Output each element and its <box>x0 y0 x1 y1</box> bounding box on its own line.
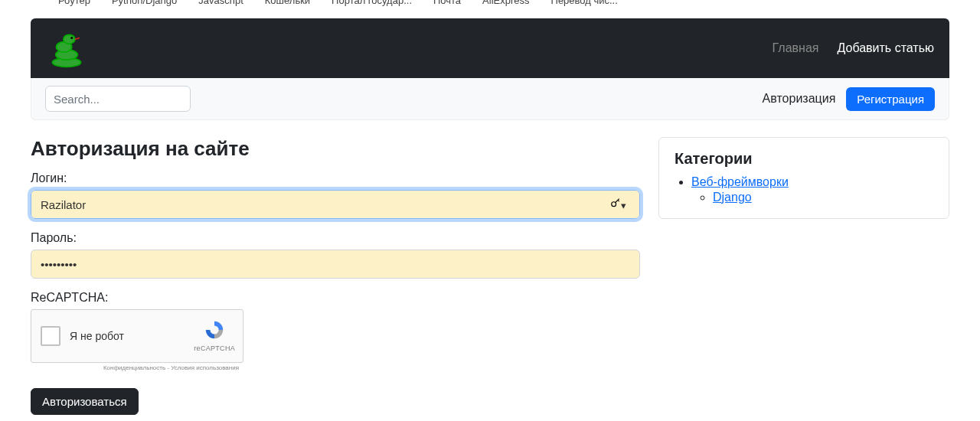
nav-link-add-article[interactable]: Добавить статью <box>837 41 934 55</box>
main-navbar: Главная Добавить статью <box>31 18 949 78</box>
nav-link-home[interactable]: Главная <box>773 41 819 55</box>
recaptcha-icon <box>203 319 226 341</box>
svg-point-3 <box>64 34 75 44</box>
recaptcha-text: Я не робот <box>70 330 124 342</box>
sub-navbar: Авторизация Регистрация <box>31 78 949 120</box>
browser-bookmarks-bar: Роутер Python/Django Javascript Кошельки… <box>0 0 980 6</box>
category-link-django[interactable]: Django <box>713 191 752 204</box>
svg-point-4 <box>70 37 73 39</box>
recaptcha-terms: Конфиденциальность - Условия использован… <box>31 364 243 371</box>
captcha-label: ReCAPTCHA: <box>31 291 640 305</box>
auth-link[interactable]: Авторизация <box>763 92 836 106</box>
category-item: Веб-фреймворки Django <box>691 175 933 204</box>
snake-icon <box>46 28 87 69</box>
category-link-web-frameworks[interactable]: Веб-фреймворки <box>691 175 789 188</box>
login-input[interactable] <box>31 190 640 219</box>
recaptcha-widget: Я не робот reCAPTCHA <box>31 309 243 363</box>
category-item: Django <box>713 191 933 204</box>
search-input[interactable] <box>45 86 191 112</box>
categories-card: Категории Веб-фреймворки Django <box>658 137 949 219</box>
password-label: Пароль: <box>31 231 640 245</box>
recaptcha-brand: reCAPTCHA <box>194 344 235 353</box>
login-label: Логин: <box>31 171 640 185</box>
register-button[interactable]: Регистрация <box>846 87 935 111</box>
submit-button[interactable]: Авторизоваться <box>31 388 139 415</box>
password-input[interactable] <box>31 250 640 279</box>
recaptcha-checkbox[interactable] <box>41 326 60 346</box>
password-key-icon[interactable]: ▾ <box>610 198 626 211</box>
categories-title: Категории <box>675 150 933 168</box>
page-title: Авторизация на сайте <box>31 137 640 161</box>
site-logo[interactable] <box>46 28 87 69</box>
